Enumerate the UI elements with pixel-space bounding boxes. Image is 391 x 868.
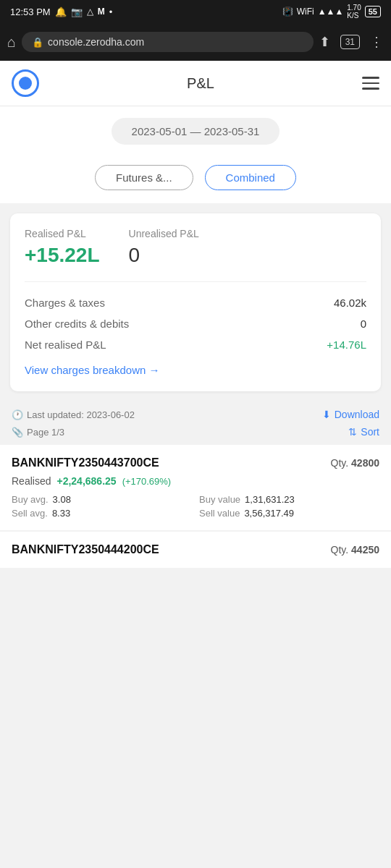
trade-qty-value: 44250 [351, 544, 379, 556]
notification-icon: 🔔 [55, 7, 67, 17]
sort-label: Sort [361, 426, 379, 438]
pnl-section: Realised P&L +15.22L Unrealised P&L 0 Ch… [0, 203, 391, 401]
sell-value-label: Sell value [199, 508, 240, 519]
pnl-summary-row: Realised P&L +15.22L Unrealised P&L 0 [25, 228, 366, 267]
buy-avg-value: 3.08 [53, 494, 71, 505]
unrealised-pnl-value: 0 [129, 244, 140, 266]
more-options-icon[interactable]: ⋮ [370, 34, 384, 50]
charges-value: 46.02k [334, 297, 366, 309]
buy-avg-item: Buy avg. 3.08 [12, 494, 192, 505]
page-label: Page 1/3 [27, 427, 64, 438]
trade-qty: Qty. 42800 [331, 457, 379, 469]
net-realised-value: +14.76L [327, 339, 366, 351]
status-right: 📳 WiFi ▲▲▲ 1.70K/S 55 [282, 4, 381, 20]
realised-pnl-value: +15.22L [25, 244, 100, 266]
filter-tabs: Futures &... Combined [0, 156, 391, 203]
last-updated: 🕐 Last updated: 2023-06-02 [12, 409, 135, 420]
wifi-icon: WiFi [297, 7, 314, 17]
app-header: P&L [0, 61, 391, 106]
logo-inner [19, 77, 32, 90]
sort-icon: ⇅ [348, 426, 357, 438]
m-icon: M [98, 7, 105, 17]
sell-avg-value: 8.33 [52, 508, 70, 519]
signal-icon: ▲▲▲ [318, 7, 344, 17]
vibrate-icon: 📳 [282, 7, 293, 17]
time: 12:53 PM [10, 7, 51, 17]
net-realised-row: Net realised P&L +14.76L [25, 334, 366, 355]
share-icon[interactable]: ⬆ [319, 34, 330, 50]
trade-qty-value: 42800 [351, 457, 379, 469]
trade-header: BANKNIFTY2350443700CE Qty. 42800 [12, 456, 379, 469]
other-credits-row: Other credits & debits 0 [25, 313, 366, 334]
clock-icon: 🕐 [12, 409, 23, 420]
unrealised-pnl-col: Unrealised P&L 0 [129, 228, 199, 267]
sort-button[interactable]: ⇅ Sort [348, 426, 379, 438]
dot-icon: • [109, 7, 113, 17]
date-range-text: 2023-05-01 — 2023-05-31 [132, 125, 260, 137]
status-bar: 12:53 PM 🔔 📷 △ M • 📳 WiFi ▲▲▲ 1.70K/S 55 [0, 0, 391, 23]
view-charges-link[interactable]: View charges breakdown → [25, 364, 160, 376]
video-icon: 📷 [71, 7, 83, 17]
buy-value-label: Buy value [199, 494, 240, 505]
home-button[interactable]: ⌂ [7, 34, 16, 51]
pnl-details: Charges & taxes 46.02k Other credits & d… [25, 281, 366, 377]
page-sort-bar: 📎 Page 1/3 ⇅ Sort [0, 423, 391, 445]
paperclip-icon: 📎 [12, 427, 23, 438]
app-logo [12, 69, 39, 97]
buy-value-value: 1,31,631.23 [245, 494, 295, 505]
pnl-card: Realised P&L +15.22L Unrealised P&L 0 Ch… [10, 213, 381, 391]
lock-icon: 🔒 [32, 37, 43, 48]
trade-symbol: BANKNIFTY2350443700CE [12, 456, 159, 469]
other-credits-value: 0 [361, 318, 366, 330]
sell-avg-label: Sell avg. [12, 508, 48, 519]
trade-card: BANKNIFTY2350444200CE Qty. 44250 [0, 532, 391, 568]
browser-actions: ⬆ 31 ⋮ [319, 34, 384, 50]
trade-realised-label: Realised [12, 475, 51, 487]
menu-button[interactable] [362, 77, 379, 90]
unrealised-pnl-label: Unrealised P&L [129, 228, 199, 239]
alert-icon: △ [87, 7, 93, 17]
filter-combined[interactable]: Combined [205, 165, 296, 190]
date-range-pill[interactable]: 2023-05-01 — 2023-05-31 [112, 118, 280, 145]
trade-realised-row: Realised +2,24,686.25 (+170.69%) [12, 475, 379, 487]
trade-details-grid: Buy avg. 3.08 Buy value 1,31,631.23 Sell… [12, 494, 379, 519]
sell-value-item: Sell value 3,56,317.49 [199, 508, 379, 519]
charges-row: Charges & taxes 46.02k [25, 292, 366, 313]
tab-count[interactable]: 31 [340, 35, 360, 49]
battery-indicator: 55 [365, 6, 381, 17]
trade-header: BANKNIFTY2350444200CE Qty. 44250 [12, 543, 379, 556]
trade-realised-pct: (+170.69%) [122, 476, 172, 487]
page-info: 📎 Page 1/3 [12, 427, 64, 438]
page-title: P&L [187, 75, 214, 92]
sell-value-value: 3,56,317.49 [244, 508, 294, 519]
realised-pnl-col: Realised P&L +15.22L [25, 228, 100, 267]
speed-icon: 1.70K/S [347, 4, 361, 20]
realised-pnl-label: Realised P&L [25, 228, 100, 239]
download-button[interactable]: ⬇ Download [322, 409, 379, 420]
net-realised-label: Net realised P&L [25, 339, 106, 351]
trade-qty: Qty. 44250 [331, 544, 379, 556]
buy-avg-label: Buy avg. [12, 494, 49, 505]
other-credits-label: Other credits & debits [25, 318, 129, 330]
download-label: Download [335, 409, 379, 420]
download-icon: ⬇ [322, 409, 331, 420]
trade-list: BANKNIFTY2350443700CE Qty. 42800 Realise… [0, 445, 391, 584]
status-left: 12:53 PM 🔔 📷 △ M • [10, 7, 112, 17]
charges-label: Charges & taxes [25, 297, 105, 309]
filter-futures[interactable]: Futures &... [95, 165, 193, 190]
sell-avg-item: Sell avg. 8.33 [12, 508, 192, 519]
buy-value-item: Buy value 1,31,631.23 [199, 494, 379, 505]
trade-realised-value: +2,24,686.25 [56, 475, 116, 487]
date-range-section: 2023-05-01 — 2023-05-31 [0, 106, 391, 156]
info-bar: 🕐 Last updated: 2023-06-02 ⬇ Download [0, 401, 391, 423]
last-updated-text: Last updated: 2023-06-02 [27, 409, 135, 420]
browser-bar: ⌂ 🔒 console.zerodha.com ⬆ 31 ⋮ [0, 23, 391, 61]
trade-symbol: BANKNIFTY2350444200CE [12, 543, 159, 556]
trade-card: BANKNIFTY2350443700CE Qty. 42800 Realise… [0, 445, 391, 530]
url-bar[interactable]: 🔒 console.zerodha.com [22, 32, 314, 52]
url-text: console.zerodha.com [48, 36, 144, 48]
